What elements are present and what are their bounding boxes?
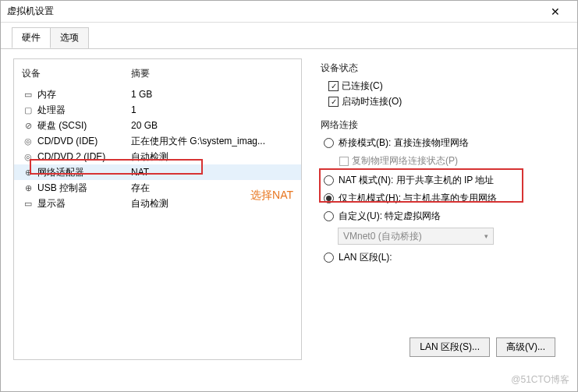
label-bridged: 桥接模式(B): 直接连接物理网络 [339, 136, 558, 150]
header-device: 设备 [22, 67, 131, 80]
check-icon: ✓ [328, 97, 339, 107]
radio-icon [324, 138, 334, 148]
device-name: 处理器 [37, 104, 131, 117]
device-name: CD/DVD 2 (IDE) [37, 151, 131, 162]
dropdown-vmnet[interactable]: VMnet0 (自动桥接) ▾ [338, 228, 494, 245]
label-device-status: 设备状态 [321, 62, 558, 75]
device-table-header: 设备 摘要 [14, 64, 301, 83]
lan-segments-button[interactable]: LAN 区段(S)... [410, 337, 490, 357]
checkbox-connect-at-poweron[interactable]: ✓ 启动时连接(O) [328, 95, 558, 108]
device-panel: 设备 摘要 ▭内存1 GB▢处理器1⊘硬盘 (SCSI)20 GB◎CD/DVD… [13, 58, 302, 360]
radio-nat[interactable]: NAT 模式(N): 用于共享主机的 IP 地址 [324, 174, 558, 187]
device-icon: ⊕ [22, 183, 34, 193]
watermark: @51CTO博客 [511, 373, 569, 387]
device-list: ▭内存1 GB▢处理器1⊘硬盘 (SCSI)20 GB◎CD/DVD (IDE)… [14, 87, 301, 355]
device-status-group: 设备状态 ✓ 已连接(C) ✓ 启动时连接(O) [321, 62, 558, 111]
device-row[interactable]: ⊘硬盘 (SCSI)20 GB [14, 118, 301, 133]
radio-custom[interactable]: 自定义(U): 特定虚拟网络 [324, 210, 558, 223]
device-name: 硬盘 (SCSI) [37, 119, 131, 132]
label-lansegment: LAN 区段(L): [339, 251, 558, 264]
label-connected: 已连接(C) [342, 79, 383, 93]
check-icon: ✓ [328, 81, 339, 91]
radio-icon [324, 175, 334, 185]
button-row: LAN 区段(S)... 高级(V)... [321, 337, 558, 357]
radio-icon [324, 211, 334, 221]
window-title: 虚拟机设置 [7, 5, 54, 18]
radio-icon [324, 193, 334, 203]
close-button[interactable]: ✕ [540, 2, 571, 22]
device-icon: ⊕ [22, 168, 34, 178]
radio-lansegment[interactable]: LAN 区段(L): [324, 251, 558, 264]
device-icon: ◎ [22, 136, 34, 147]
device-icon: ⊘ [22, 121, 34, 131]
device-name: 内存 [37, 88, 131, 101]
checkbox-replicate-state: 复制物理网络连接状态(P) [339, 154, 558, 168]
checkbox-icon [339, 157, 349, 166]
device-summary: 20 GB [131, 120, 293, 131]
vm-settings-window: 虚拟机设置 ✕ 硬件 选项 设备 摘要 ▭内存1 GB▢处理器1⊘硬盘 (SCS… [0, 0, 578, 392]
device-summary: NAT [131, 167, 293, 178]
device-icon: ◎ [22, 152, 34, 162]
advanced-button[interactable]: 高级(V)... [496, 337, 555, 357]
device-row[interactable]: ▭内存1 GB [14, 87, 301, 102]
device-row[interactable]: ◎CD/DVD 2 (IDE)自动检测 [14, 149, 301, 164]
label-hostonly: 仅主机模式(H): 与主机共享的专用网络 [339, 192, 558, 205]
dialog-body: 设备 摘要 ▭内存1 GB▢处理器1⊘硬盘 (SCSI)20 GB◎CD/DVD… [1, 49, 577, 369]
label-network-connection: 网络连接 [321, 118, 558, 132]
radio-icon [324, 253, 334, 263]
device-icon: ▢ [22, 105, 34, 115]
settings-panel: 设备状态 ✓ 已连接(C) ✓ 启动时连接(O) 网络连接 桥接模式(B): 直… [314, 58, 565, 360]
device-row[interactable]: ⊕网络适配器NAT [14, 164, 301, 180]
tab-bar: 硬件 选项 [1, 23, 577, 49]
tab-hardware[interactable]: 硬件 [12, 27, 51, 48]
dropdown-value: VMnet0 (自动桥接) [343, 230, 422, 243]
network-connection-group: 网络连接 桥接模式(B): 直接连接物理网络 复制物理网络连接状态(P) NAT… [321, 118, 558, 269]
label-custom: 自定义(U): 特定虚拟网络 [339, 210, 558, 223]
device-row[interactable]: ◎CD/DVD (IDE)正在使用文件 G:\system_imag... [14, 133, 301, 149]
header-summary: 摘要 [131, 67, 293, 80]
chevron-down-icon: ▾ [484, 232, 488, 240]
device-name: CD/DVD (IDE) [37, 136, 131, 147]
device-summary: 自动检测 [131, 150, 293, 164]
device-summary: 正在使用文件 G:\system_imag... [131, 135, 293, 148]
radio-hostonly[interactable]: 仅主机模式(H): 与主机共享的专用网络 [324, 192, 558, 205]
label-replicate: 复制物理网络连接状态(P) [352, 154, 458, 168]
tab-options[interactable]: 选项 [50, 27, 89, 48]
device-name: 网络适配器 [37, 166, 131, 179]
device-summary: 1 GB [131, 89, 293, 100]
radio-bridged[interactable]: 桥接模式(B): 直接连接物理网络 [324, 136, 558, 150]
device-summary: 1 [131, 104, 293, 115]
label-nat: NAT 模式(N): 用于共享主机的 IP 地址 [339, 174, 558, 187]
label-connect-at-poweron: 启动时连接(O) [342, 95, 402, 108]
checkbox-connected[interactable]: ✓ 已连接(C) [328, 79, 558, 93]
device-icon: ▭ [22, 199, 34, 209]
titlebar: 虚拟机设置 ✕ [1, 1, 577, 23]
device-row[interactable]: ▢处理器1 [14, 102, 301, 118]
device-icon: ▭ [22, 90, 34, 100]
annotation-select-nat: 选择NAT [250, 189, 293, 203]
device-name: 显示器 [37, 197, 131, 210]
device-name: USB 控制器 [37, 182, 131, 195]
